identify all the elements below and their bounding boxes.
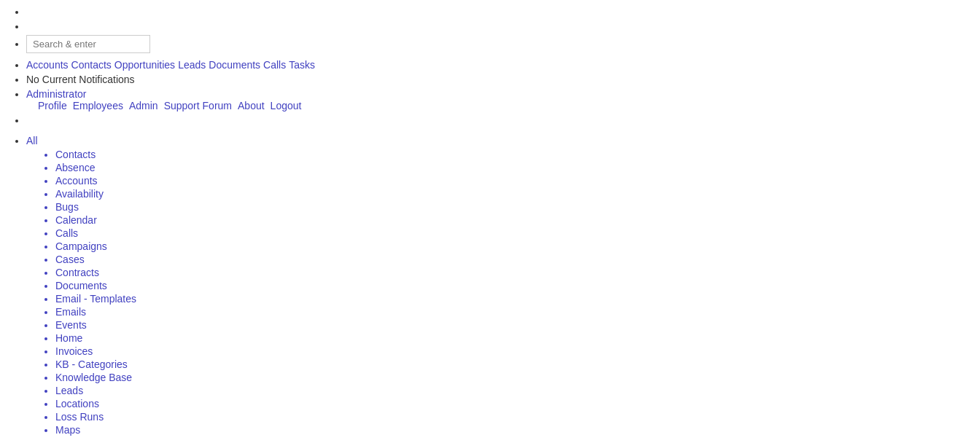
top-nav-link-opportunities[interactable]: Opportunities — [114, 59, 175, 71]
top-nav-link-documents[interactable]: Documents — [209, 59, 260, 71]
admin-sub-link-about[interactable]: About — [238, 100, 265, 111]
module-link-documents[interactable]: Documents — [55, 280, 107, 291]
top-nav-link-leads[interactable]: Leads — [178, 59, 206, 71]
module-link-contacts[interactable]: Contacts — [55, 149, 96, 160]
admin-sub-link-logout[interactable]: Logout — [271, 100, 302, 111]
module-link-absence[interactable]: Absence — [55, 162, 95, 173]
top-nav-link-accounts[interactable]: Accounts — [26, 59, 69, 71]
module-link-maps[interactable]: Maps — [55, 424, 80, 436]
module-link-accounts[interactable]: Accounts — [55, 175, 98, 187]
module-link-calendar[interactable]: Calendar — [55, 214, 97, 226]
search-input[interactable] — [26, 35, 150, 53]
top-nav-links: AccountsContactsOpportunitiesLeadsDocume… — [26, 59, 968, 71]
admin-sub-link-profile[interactable]: Profile — [38, 100, 67, 111]
module-link-cases[interactable]: Cases — [55, 254, 85, 265]
module-link-email-templates[interactable]: Email - Templates — [55, 293, 136, 305]
top-nav-link-contacts[interactable]: Contacts — [71, 59, 112, 71]
admin-sub-link-support-forum[interactable]: Support Forum — [164, 100, 232, 111]
module-link-campaigns[interactable]: Campaigns — [55, 240, 107, 252]
module-link-locations[interactable]: Locations — [55, 398, 99, 409]
module-link-emails[interactable]: Emails — [55, 306, 86, 318]
module-link-home[interactable]: Home — [55, 332, 82, 344]
top-nav-link-calls[interactable]: Calls — [263, 59, 286, 71]
module-link-kb-categories[interactable]: KB - Categories — [55, 358, 128, 370]
module-link-knowledge-base[interactable]: Knowledge Base — [55, 372, 132, 383]
top-nav-link-tasks[interactable]: Tasks — [289, 59, 315, 71]
module-link-bugs[interactable]: Bugs — [55, 201, 79, 213]
module-link-invoices[interactable]: Invoices — [55, 345, 93, 357]
admin-link[interactable]: Administrator — [26, 88, 86, 100]
module-link-leads[interactable]: Leads — [55, 385, 83, 396]
module-link-contracts[interactable]: Contracts — [55, 267, 99, 278]
admin-sub-links: ProfileEmployeesAdminSupport ForumAboutL… — [38, 100, 968, 111]
module-link-availability[interactable]: Availability — [55, 188, 104, 200]
modules-list: ContactsAbsenceAccountsAvailabilityBugsC… — [55, 148, 968, 436]
module-link-events[interactable]: Events — [55, 319, 87, 331]
module-link-calls[interactable]: Calls — [55, 227, 78, 239]
admin-sub-link-employees[interactable]: Employees — [73, 100, 123, 111]
module-link-loss-runs[interactable]: Loss Runs — [55, 411, 104, 423]
all-link[interactable]: All — [26, 135, 38, 146]
notifications-text: No Current Notifications — [26, 74, 135, 85]
admin-sub-link-admin[interactable]: Admin — [129, 100, 158, 111]
